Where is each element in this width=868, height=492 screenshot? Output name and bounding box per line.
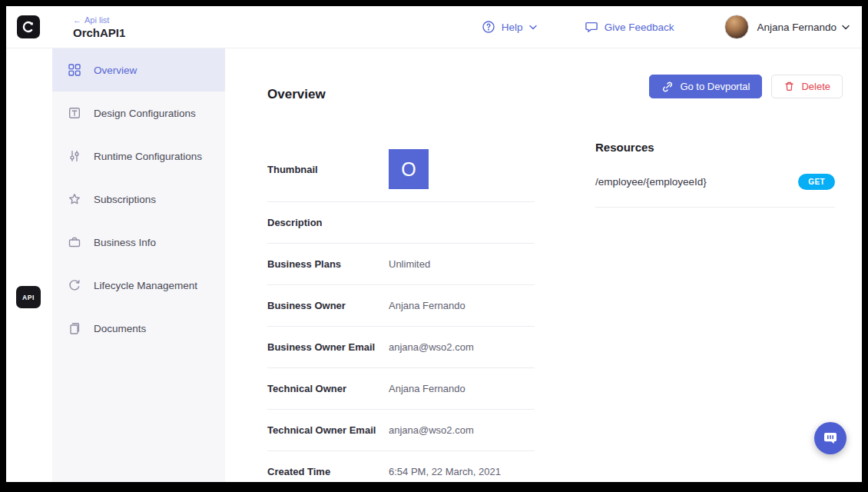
field-label: Created Time: [267, 466, 389, 477]
user-name: Anjana Fernando: [757, 22, 837, 33]
field-row-technical-owner: Technical Owner Anjana Fernando: [267, 368, 535, 410]
text-box-icon: [68, 106, 81, 120]
resources-title: Resources: [595, 141, 835, 154]
help-label: Help: [502, 22, 523, 33]
trash-icon: [784, 81, 795, 92]
field-value: 6:54 PM, 22 March, 2021: [389, 466, 501, 477]
grid-icon: [68, 63, 81, 77]
back-link-label: Api list: [84, 15, 109, 25]
sidebar-nav: Overview Design Configurations Runtime C…: [52, 48, 225, 482]
field-label: Thumbnail: [267, 164, 389, 175]
refresh-cycle-icon: [68, 278, 81, 292]
help-icon: [482, 20, 495, 34]
support-chat-button[interactable]: [814, 422, 846, 454]
field-label: Technical Owner: [267, 383, 389, 394]
feedback-chat-icon: [585, 20, 598, 34]
top-header: ← Api list OrchAPI1 Help: [6, 6, 862, 48]
link-icon: [661, 81, 674, 93]
sidebar-item-label: Runtime Configurations: [94, 151, 202, 162]
api-mode-badge: API: [16, 286, 41, 308]
left-rail: API: [6, 48, 52, 482]
document-icon: [68, 321, 81, 335]
field-row-thumbnail: Thumbnail O: [267, 137, 535, 202]
app-window: ← Api list OrchAPI1 Help: [0, 0, 868, 492]
field-label: Business Owner Email: [267, 341, 389, 353]
field-value: anjana@wso2.com: [389, 424, 474, 436]
api-name-title: OrchAPI1: [73, 26, 125, 39]
sidebar-item-label: Documents: [94, 323, 146, 334]
resource-path: /employee/{employeeId}: [595, 176, 707, 188]
sidebar-item-documents[interactable]: Documents: [52, 307, 225, 350]
main-content: Go to Devportal Delete Overview Thumbnai…: [225, 48, 862, 482]
sidebar-item-design-configurations[interactable]: Design Configurations: [52, 91, 225, 135]
field-row-business-owner: Business Owner Anjana Fernando: [267, 285, 535, 327]
field-value: anjana@wso2.com: [389, 341, 474, 353]
resource-row: /employee/{employeeId} GET: [595, 174, 835, 208]
field-row-description: Description: [267, 202, 535, 244]
field-row-created-time: Created Time 6:54 PM, 22 March, 2021: [267, 451, 535, 482]
field-value: Anjana Fernando: [389, 383, 465, 394]
briefcase-icon: [68, 235, 81, 249]
sliders-icon: [68, 149, 81, 163]
api-thumbnail: O: [389, 149, 429, 189]
overview-fields: Thumbnail O Description Business Plans U…: [267, 137, 535, 482]
sidebar-item-subscriptions[interactable]: Subscriptions: [52, 178, 225, 221]
sidebar-item-overview[interactable]: Overview: [52, 48, 225, 91]
sidebar-item-label: Design Configurations: [94, 108, 196, 119]
field-label: Technical Owner Email: [267, 424, 389, 436]
chat-bubble-icon: [823, 430, 838, 446]
go-to-devportal-label: Go to Devportal: [680, 81, 750, 92]
user-menu[interactable]: Anjana Fernando: [757, 22, 850, 33]
back-arrow-icon: ←: [73, 15, 81, 25]
api-header-block: ← Api list OrchAPI1: [73, 15, 125, 39]
sidebar-item-label: Lifecycle Management: [94, 280, 197, 291]
field-row-business-plans: Business Plans Unlimited: [267, 244, 535, 285]
resources-panel: Resources /employee/{employeeId} GET: [595, 141, 835, 208]
sidebar-item-business-info[interactable]: Business Info: [52, 221, 225, 264]
app-logo[interactable]: [17, 15, 40, 38]
sidebar-item-label: Business Info: [94, 237, 156, 248]
thumbnail-letter: O: [401, 158, 416, 181]
field-row-business-owner-email: Business Owner Email anjana@wso2.com: [267, 327, 535, 368]
choreo-logo-icon: [20, 18, 37, 35]
page-actions: Go to Devportal Delete: [649, 75, 843, 98]
field-value: Unlimited: [389, 258, 430, 270]
back-to-api-list-link[interactable]: ← Api list: [73, 15, 125, 25]
field-value: Anjana Fernando: [389, 300, 465, 311]
star-icon: [68, 192, 81, 206]
field-label: Business Plans: [267, 258, 389, 270]
field-label: Description: [267, 217, 389, 228]
header-right-cluster: Help Give Feedback Anjana Fernando: [482, 15, 850, 39]
delete-label: Delete: [801, 81, 830, 92]
field-label: Business Owner: [267, 300, 389, 311]
go-to-devportal-button[interactable]: Go to Devportal: [649, 75, 762, 98]
give-feedback-button[interactable]: Give Feedback: [585, 20, 674, 34]
give-feedback-label: Give Feedback: [605, 22, 674, 33]
delete-button[interactable]: Delete: [771, 75, 843, 98]
sidebar-item-lifecycle-management[interactable]: Lifecycle Management: [52, 264, 225, 307]
sidebar-item-label: Overview: [94, 65, 137, 76]
help-menu[interactable]: Help: [482, 20, 537, 34]
chevron-down-icon: [529, 25, 537, 30]
http-method-badge: GET: [798, 174, 835, 190]
sidebar-item-runtime-configurations[interactable]: Runtime Configurations: [52, 135, 225, 178]
sidebar-item-label: Subscriptions: [94, 194, 156, 205]
user-avatar[interactable]: [724, 15, 749, 39]
chevron-down-icon: [842, 25, 850, 30]
field-row-technical-owner-email: Technical Owner Email anjana@wso2.com: [267, 410, 535, 451]
